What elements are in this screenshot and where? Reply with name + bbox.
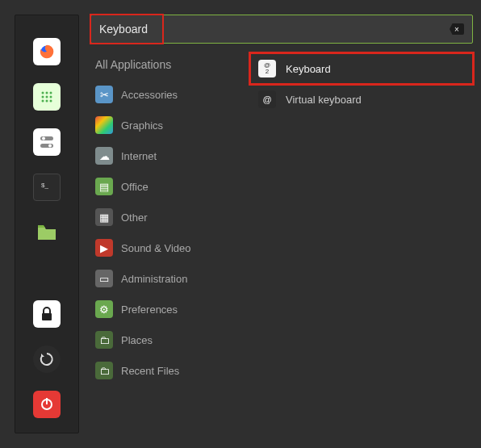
result-virtual-keyboard[interactable]: Virtual keyboard — [250, 84, 473, 115]
svg-point-3 — [50, 92, 52, 94]
launcher-sidebar: $_ — [15, 15, 79, 433]
power-icon[interactable] — [33, 391, 61, 418]
restart-icon[interactable] — [33, 345, 61, 373]
result-label: Keyboard — [286, 63, 331, 75]
files-icon[interactable] — [33, 219, 61, 246]
category-label: Places — [121, 334, 153, 346]
virtual-keyboard-icon — [258, 90, 276, 108]
category-label: Recent Files — [121, 365, 179, 377]
recent-icon: 🗀 — [95, 362, 113, 379]
lock-icon[interactable] — [33, 300, 61, 328]
category-accessories[interactable]: ✂ Accessories — [90, 79, 220, 110]
svg-point-5 — [46, 96, 48, 98]
category-label: Internet — [121, 150, 157, 162]
categories-header: All Applications — [90, 53, 220, 79]
cloud-icon: ☁ — [95, 147, 113, 165]
svg-rect-15 — [42, 313, 52, 320]
result-keyboard[interactable]: Keyboard — [250, 53, 473, 84]
categories-list: All Applications ✂ Accessories Graphics … — [90, 53, 220, 433]
svg-rect-17 — [46, 398, 48, 404]
svg-point-11 — [42, 137, 45, 140]
search-input[interactable] — [99, 23, 450, 36]
category-other[interactable]: ▦ Other — [90, 202, 220, 232]
svg-text:$_: $_ — [41, 182, 48, 189]
terminal-icon[interactable]: $_ — [33, 174, 61, 201]
play-icon: ▶ — [95, 239, 113, 257]
category-preferences[interactable]: ⚙ Preferences — [90, 294, 220, 324]
category-label: Accessories — [121, 89, 178, 101]
category-label: Office — [121, 181, 148, 193]
svg-point-6 — [50, 96, 52, 98]
svg-point-13 — [48, 144, 52, 148]
category-places[interactable]: 🗀 Places — [90, 324, 220, 355]
svg-point-2 — [46, 92, 48, 94]
search-results: Keyboard Virtual keyboard — [220, 53, 473, 433]
keyboard-icon — [258, 60, 276, 77]
category-administration[interactable]: ▭ Administration — [90, 263, 220, 294]
folder-icon: 🗀 — [95, 331, 113, 349]
category-label: Administration — [121, 273, 187, 285]
settings-toggle-icon[interactable] — [33, 128, 61, 156]
svg-point-4 — [42, 96, 44, 98]
applications-menu: × All Applications ✂ Accessories Graphic… — [87, 0, 481, 448]
category-recent-files[interactable]: 🗀 Recent Files — [90, 355, 220, 386]
category-label: Graphics — [121, 119, 163, 132]
category-internet[interactable]: ☁ Internet — [90, 140, 220, 171]
scissors-icon: ✂ — [95, 86, 113, 103]
category-office[interactable]: ▤ Office — [90, 171, 220, 202]
graphics-icon — [95, 116, 113, 134]
svg-point-1 — [42, 92, 44, 94]
svg-point-8 — [46, 100, 48, 103]
category-label: Preferences — [121, 304, 178, 316]
svg-point-7 — [42, 100, 44, 103]
office-icon: ▤ — [95, 178, 113, 195]
svg-point-9 — [50, 100, 52, 103]
clear-search-icon[interactable]: × — [450, 23, 464, 35]
category-graphics[interactable]: Graphics — [90, 110, 220, 140]
category-label: Other — [121, 211, 148, 224]
admin-icon: ▭ — [95, 270, 113, 287]
search-field[interactable]: × — [90, 15, 473, 44]
grid-icon: ▦ — [95, 208, 113, 226]
apps-grid-icon[interactable] — [33, 83, 61, 111]
preferences-icon: ⚙ — [95, 300, 113, 318]
category-sound-video[interactable]: ▶ Sound & Video — [90, 232, 220, 263]
firefox-icon[interactable] — [33, 38, 61, 65]
result-label: Virtual keyboard — [286, 94, 362, 106]
category-label: Sound & Video — [121, 242, 191, 254]
